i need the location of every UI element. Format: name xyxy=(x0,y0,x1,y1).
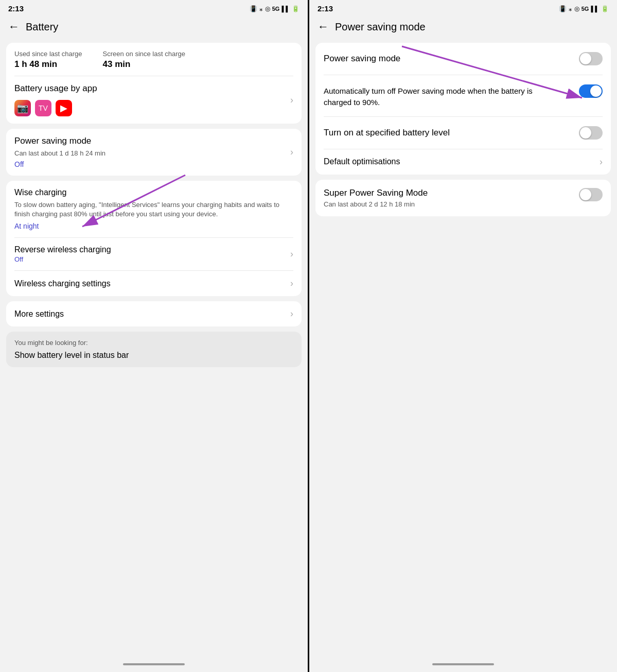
more-settings-row[interactable]: More settings › xyxy=(6,301,302,326)
left-content: Used since last charge 1 h 48 min Screen… xyxy=(0,39,308,657)
page-title-right: Power saving mode xyxy=(335,21,426,33)
bluetooth-icon-r: ⁎ xyxy=(569,5,572,12)
header-left: ← Battery xyxy=(0,15,308,39)
super-power-title: Super Power Saving Mode xyxy=(324,188,428,198)
usage-card: Used since last charge 1 h 48 min Screen… xyxy=(6,43,302,124)
reverse-wireless-row[interactable]: Reverse wireless charging Off › xyxy=(6,238,302,270)
super-power-sub: Can last about 2 d 12 h 18 min xyxy=(324,200,428,208)
screen-on-label: Screen on since last charge xyxy=(103,50,185,58)
wireless-settings-row[interactable]: Wireless charging settings › xyxy=(6,271,302,296)
auto-off-toggle-knob xyxy=(590,85,602,97)
right-content: Power saving mode Automatically turn off… xyxy=(309,39,617,657)
turn-on-level-toggle[interactable] xyxy=(579,126,603,140)
reverse-wireless-chevron: › xyxy=(290,249,293,260)
ps-mode-toggle[interactable] xyxy=(579,52,603,65)
auto-off-toggle[interactable] xyxy=(579,84,603,98)
ps-mode-toggle-row[interactable]: Power saving mode xyxy=(315,43,611,75)
used-since-item: Used since last charge 1 h 48 min xyxy=(14,49,82,70)
super-power-row[interactable]: Super Power Saving Mode Can last about 2… xyxy=(324,188,603,208)
auto-off-desc: Automatically turn off Power saving mode… xyxy=(324,85,536,108)
ps-mode-title: Power saving mode xyxy=(324,54,400,64)
power-saving-title: Power saving mode xyxy=(14,136,105,146)
screen-on-value: 43 min xyxy=(103,59,185,70)
wise-charging-status: At night xyxy=(14,222,39,230)
instagram-icon: 📷 xyxy=(14,100,31,116)
battery-by-app-chevron: › xyxy=(290,95,293,106)
power-saving-chevron: › xyxy=(290,147,293,158)
used-since-value: 1 h 48 min xyxy=(14,59,82,70)
usage-row: Used since last charge 1 h 48 min Screen… xyxy=(6,43,302,76)
default-optimisations-chevron: › xyxy=(600,157,603,167)
power-saving-left: Power saving mode Can last about 1 d 18 … xyxy=(14,136,105,168)
page-title-left: Battery xyxy=(26,21,58,33)
power-saving-card: Power saving mode Can last about 1 d 18 … xyxy=(6,129,302,176)
turn-on-level-title: Turn on at specified battery level xyxy=(324,128,450,138)
used-since-label: Used since last charge xyxy=(14,50,82,58)
home-bar-right xyxy=(432,663,494,665)
suggestion-link[interactable]: Show battery level in status bar xyxy=(14,351,293,360)
wifi-icon: ◎ xyxy=(265,5,270,12)
battery-by-app-left: Battery usage by app 📷 TV ▶ xyxy=(14,83,97,116)
power-saving-sub: Can last about 1 d 18 h 24 min xyxy=(14,149,105,157)
app-icons-row: 📷 TV ▶ xyxy=(14,100,97,116)
power-saving-status: Off xyxy=(14,160,105,168)
youtube-icon: ▶ xyxy=(56,100,72,116)
home-indicator-right xyxy=(309,657,617,672)
back-button-left[interactable]: ← xyxy=(8,20,20,33)
status-bar-right: 2:13 📳 ⁎ ◎ 5G ▌▌ 🔋 xyxy=(309,0,617,15)
super-power-saving-card: Super Power Saving Mode Can last about 2… xyxy=(315,180,611,216)
wireless-settings-text: Wireless charging settings xyxy=(14,279,290,288)
wifi-icon-r: ◎ xyxy=(574,5,579,12)
battery-by-app-row[interactable]: Battery usage by app 📷 TV ▶ › xyxy=(6,76,302,124)
battery-icon-r: 🔋 xyxy=(601,5,609,12)
wise-charging-title: Wise charging xyxy=(14,188,66,197)
back-button-right[interactable]: ← xyxy=(318,20,329,33)
status-bar-left: 2:13 📳 ⁎ ◎ 5G ▌▌ 🔋 xyxy=(0,0,308,15)
screen-on-item: Screen on since last charge 43 min xyxy=(103,49,185,70)
super-power-text: Super Power Saving Mode Can last about 2… xyxy=(324,188,428,208)
battery-icon: 🔋 xyxy=(292,5,299,12)
power-saving-row[interactable]: Power saving mode Can last about 1 d 18 … xyxy=(6,129,302,176)
wise-charging-row[interactable]: Wise charging To slow down battery aging… xyxy=(6,181,302,237)
tv-icon: TV xyxy=(35,100,51,116)
home-indicator-left xyxy=(0,657,308,672)
suggestion-label: You might be looking for: xyxy=(14,339,293,347)
auto-off-text: Automatically turn off Power saving mode… xyxy=(324,83,574,108)
signal-icon-r: ▌▌ xyxy=(591,6,599,12)
battery-by-app-title: Battery usage by app xyxy=(14,83,97,94)
home-bar-left xyxy=(123,663,185,665)
super-power-toggle[interactable] xyxy=(579,188,603,201)
default-optimisations-title: Default optimisations xyxy=(324,157,400,166)
more-settings-title: More settings xyxy=(14,309,64,319)
wireless-settings-title: Wireless charging settings xyxy=(14,279,290,288)
vibrate-icon-r: 📳 xyxy=(559,5,567,12)
reverse-wireless-title: Reverse wireless charging xyxy=(14,245,290,254)
header-right: ← Power saving mode xyxy=(309,15,617,39)
more-settings-chevron: › xyxy=(290,308,293,319)
wise-charging-desc: To slow down battery aging, "Intelligent… xyxy=(14,200,293,219)
turn-on-level-knob xyxy=(580,127,591,139)
reverse-wireless-text: Reverse wireless charging Off xyxy=(14,245,290,263)
default-optimisations-row[interactable]: Default optimisations › xyxy=(315,149,611,175)
power-saving-settings-card: Power saving mode Automatically turn off… xyxy=(315,43,611,175)
super-power-knob xyxy=(580,189,591,200)
status-icons-right: 📳 ⁎ ◎ 5G ▌▌ 🔋 xyxy=(559,5,609,12)
charging-card: Wise charging To slow down battery aging… xyxy=(6,181,302,296)
ps-mode-toggle-knob xyxy=(580,53,591,64)
status-time-left: 2:13 xyxy=(8,4,24,13)
network-icon: 5G xyxy=(272,6,280,12)
signal-icon: ▌▌ xyxy=(281,6,290,12)
suggestion-card: You might be looking for: Show battery l… xyxy=(6,332,302,367)
vibrate-icon: 📳 xyxy=(250,5,257,12)
status-time-right: 2:13 xyxy=(318,4,333,13)
bluetooth-icon: ⁎ xyxy=(259,5,263,12)
reverse-wireless-status: Off xyxy=(14,255,290,263)
auto-off-row[interactable]: Automatically turn off Power saving mode… xyxy=(315,75,611,116)
network-icon-r: 5G xyxy=(581,6,589,12)
wireless-settings-chevron: › xyxy=(290,278,293,289)
turn-on-level-row[interactable]: Turn on at specified battery level xyxy=(315,117,611,149)
status-icons-left: 📳 ⁎ ◎ 5G ▌▌ 🔋 xyxy=(250,5,299,12)
